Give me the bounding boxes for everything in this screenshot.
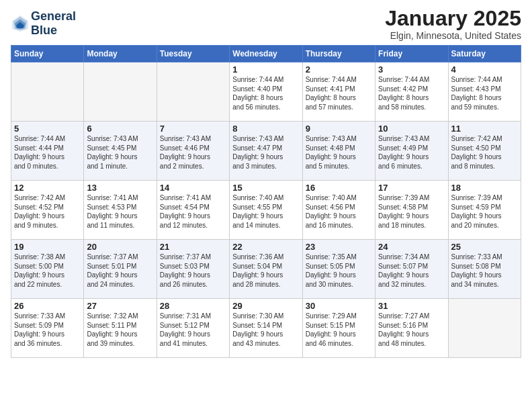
table-row	[448, 299, 521, 358]
day-info: Sunrise: 7:27 AM Sunset: 5:16 PM Dayligh…	[378, 312, 445, 348]
day-info: Sunrise: 7:44 AM Sunset: 4:43 PM Dayligh…	[451, 75, 518, 111]
col-monday: Monday	[84, 46, 157, 62]
table-row: 9Sunrise: 7:43 AM Sunset: 4:48 PM Daylig…	[302, 122, 375, 181]
table-row	[11, 62, 84, 122]
day-info: Sunrise: 7:33 AM Sunset: 5:08 PM Dayligh…	[451, 253, 518, 289]
day-number: 13	[87, 183, 153, 193]
col-friday: Friday	[375, 46, 448, 62]
table-row: 25Sunrise: 7:33 AM Sunset: 5:08 PM Dayli…	[448, 240, 521, 299]
table-row: 5Sunrise: 7:44 AM Sunset: 4:44 PM Daylig…	[11, 122, 84, 181]
day-info: Sunrise: 7:40 AM Sunset: 4:55 PM Dayligh…	[232, 193, 299, 230]
day-number: 16	[306, 183, 372, 193]
day-number: 19	[14, 242, 81, 252]
day-info: Sunrise: 7:36 AM Sunset: 5:04 PM Dayligh…	[232, 253, 299, 289]
table-row: 3Sunrise: 7:44 AM Sunset: 4:42 PM Daylig…	[375, 62, 448, 122]
col-wednesday: Wednesday	[230, 46, 302, 62]
day-number: 2	[306, 64, 372, 75]
table-row: 17Sunrise: 7:39 AM Sunset: 4:58 PM Dayli…	[375, 181, 448, 240]
day-info: Sunrise: 7:39 AM Sunset: 4:59 PM Dayligh…	[451, 193, 518, 230]
table-row: 7Sunrise: 7:43 AM Sunset: 4:46 PM Daylig…	[157, 122, 229, 181]
table-row: 10Sunrise: 7:43 AM Sunset: 4:49 PM Dayli…	[375, 122, 448, 181]
day-info: Sunrise: 7:44 AM Sunset: 4:42 PM Dayligh…	[378, 75, 445, 111]
day-number: 17	[378, 183, 445, 193]
day-info: Sunrise: 7:43 AM Sunset: 4:47 PM Dayligh…	[232, 134, 299, 171]
table-row	[84, 62, 157, 122]
table-row: 24Sunrise: 7:34 AM Sunset: 5:07 PM Dayli…	[375, 240, 448, 299]
table-row: 20Sunrise: 7:37 AM Sunset: 5:01 PM Dayli…	[84, 240, 157, 299]
day-number: 23	[306, 242, 372, 252]
calendar-header-row: Sunday Monday Tuesday Wednesday Thursday…	[11, 46, 521, 62]
logo-text: General Blue	[31, 9, 76, 37]
table-row: 8Sunrise: 7:43 AM Sunset: 4:47 PM Daylig…	[230, 122, 302, 181]
day-number: 18	[451, 183, 518, 193]
col-sunday: Sunday	[11, 46, 84, 62]
day-number: 31	[378, 301, 445, 311]
logo-icon	[11, 14, 30, 33]
day-number: 24	[378, 242, 445, 252]
table-row: 18Sunrise: 7:39 AM Sunset: 4:59 PM Dayli…	[448, 181, 521, 240]
day-info: Sunrise: 7:40 AM Sunset: 4:56 PM Dayligh…	[306, 193, 372, 230]
table-row: 27Sunrise: 7:32 AM Sunset: 5:11 PM Dayli…	[84, 299, 157, 358]
day-info: Sunrise: 7:44 AM Sunset: 4:41 PM Dayligh…	[306, 75, 372, 111]
day-info: Sunrise: 7:34 AM Sunset: 5:07 PM Dayligh…	[378, 253, 445, 289]
table-row: 31Sunrise: 7:27 AM Sunset: 5:16 PM Dayli…	[375, 299, 448, 358]
day-number: 9	[306, 124, 372, 134]
day-info: Sunrise: 7:37 AM Sunset: 5:01 PM Dayligh…	[87, 253, 153, 289]
calendar-week-row: 12Sunrise: 7:42 AM Sunset: 4:52 PM Dayli…	[11, 181, 521, 240]
day-info: Sunrise: 7:33 AM Sunset: 5:09 PM Dayligh…	[14, 312, 81, 348]
day-number: 4	[451, 64, 518, 75]
month-title: January 2025	[385, 7, 521, 30]
day-info: Sunrise: 7:43 AM Sunset: 4:48 PM Dayligh…	[306, 134, 372, 171]
day-number: 10	[378, 124, 445, 134]
day-info: Sunrise: 7:29 AM Sunset: 5:15 PM Dayligh…	[306, 312, 372, 348]
day-number: 29	[232, 301, 299, 311]
day-info: Sunrise: 7:43 AM Sunset: 4:45 PM Dayligh…	[87, 134, 153, 171]
day-info: Sunrise: 7:44 AM Sunset: 4:44 PM Dayligh…	[14, 134, 81, 171]
calendar-week-row: 1Sunrise: 7:44 AM Sunset: 4:40 PM Daylig…	[11, 62, 521, 122]
table-row: 22Sunrise: 7:36 AM Sunset: 5:04 PM Dayli…	[230, 240, 302, 299]
day-number: 11	[451, 124, 518, 134]
day-info: Sunrise: 7:44 AM Sunset: 4:40 PM Dayligh…	[232, 75, 299, 111]
day-number: 7	[160, 124, 226, 134]
table-row: 21Sunrise: 7:37 AM Sunset: 5:03 PM Dayli…	[157, 240, 229, 299]
day-info: Sunrise: 7:39 AM Sunset: 4:58 PM Dayligh…	[378, 193, 445, 230]
day-number: 27	[87, 301, 153, 311]
day-info: Sunrise: 7:43 AM Sunset: 4:46 PM Dayligh…	[160, 134, 226, 171]
day-info: Sunrise: 7:32 AM Sunset: 5:11 PM Dayligh…	[87, 312, 153, 348]
table-row: 14Sunrise: 7:41 AM Sunset: 4:54 PM Dayli…	[157, 181, 229, 240]
col-thursday: Thursday	[302, 46, 375, 62]
col-tuesday: Tuesday	[157, 46, 229, 62]
page-container: General Blue January 2025 Elgin, Minneso…	[0, 0, 532, 362]
table-row: 28Sunrise: 7:31 AM Sunset: 5:12 PM Dayli…	[157, 299, 229, 358]
day-info: Sunrise: 7:37 AM Sunset: 5:03 PM Dayligh…	[160, 253, 226, 289]
day-number: 5	[14, 124, 81, 134]
day-number: 3	[378, 64, 445, 75]
table-row: 4Sunrise: 7:44 AM Sunset: 4:43 PM Daylig…	[448, 62, 521, 122]
logo: General Blue	[11, 9, 76, 37]
day-number: 8	[232, 124, 299, 134]
calendar-week-row: 19Sunrise: 7:38 AM Sunset: 5:00 PM Dayli…	[11, 240, 521, 299]
day-info: Sunrise: 7:35 AM Sunset: 5:05 PM Dayligh…	[306, 253, 372, 289]
day-info: Sunrise: 7:42 AM Sunset: 4:50 PM Dayligh…	[451, 134, 518, 171]
day-info: Sunrise: 7:38 AM Sunset: 5:00 PM Dayligh…	[14, 253, 81, 289]
day-info: Sunrise: 7:41 AM Sunset: 4:54 PM Dayligh…	[160, 193, 226, 230]
day-number: 21	[160, 242, 226, 252]
table-row: 16Sunrise: 7:40 AM Sunset: 4:56 PM Dayli…	[302, 181, 375, 240]
day-info: Sunrise: 7:30 AM Sunset: 5:14 PM Dayligh…	[232, 312, 299, 348]
table-row: 11Sunrise: 7:42 AM Sunset: 4:50 PM Dayli…	[448, 122, 521, 181]
table-row: 26Sunrise: 7:33 AM Sunset: 5:09 PM Dayli…	[11, 299, 84, 358]
table-row: 30Sunrise: 7:29 AM Sunset: 5:15 PM Dayli…	[302, 299, 375, 358]
day-number: 6	[87, 124, 153, 134]
day-info: Sunrise: 7:31 AM Sunset: 5:12 PM Dayligh…	[160, 312, 226, 348]
day-number: 12	[14, 183, 81, 193]
col-saturday: Saturday	[448, 46, 521, 62]
table-row	[157, 62, 229, 122]
day-number: 28	[160, 301, 226, 311]
day-number: 30	[306, 301, 372, 311]
table-row: 2Sunrise: 7:44 AM Sunset: 4:41 PM Daylig…	[302, 62, 375, 122]
table-row: 1Sunrise: 7:44 AM Sunset: 4:40 PM Daylig…	[230, 62, 302, 122]
day-number: 1	[232, 64, 299, 75]
day-info: Sunrise: 7:43 AM Sunset: 4:49 PM Dayligh…	[378, 134, 445, 171]
title-block: January 2025 Elgin, Minnesota, United St…	[385, 7, 521, 41]
table-row: 13Sunrise: 7:41 AM Sunset: 4:53 PM Dayli…	[84, 181, 157, 240]
